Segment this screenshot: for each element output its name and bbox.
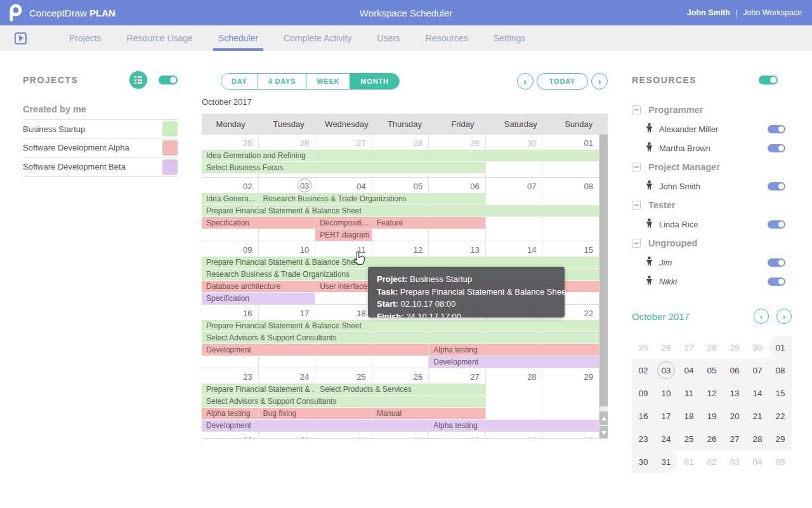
- mini-calendar-next-button[interactable]: ›: [776, 309, 792, 324]
- calendar-day-cell[interactable]: 02: [372, 432, 429, 438]
- mini-calendar-day[interactable]: 27: [723, 427, 746, 450]
- resource-toggle-jim[interactable]: [768, 258, 785, 267]
- task-bar-development[interactable]: Development: [429, 356, 599, 368]
- resource-toggle-alexander-miller[interactable]: [768, 125, 785, 133]
- mini-calendar-day[interactable]: 01: [769, 336, 792, 359]
- mini-calendar-day[interactable]: 04: [746, 450, 769, 473]
- task-bar-research-business-trade-organizations[interactable]: Research Business & Trade Organizations: [259, 193, 485, 204]
- today-button[interactable]: TODAY: [537, 73, 588, 90]
- task-bar-database-architecture[interactable]: Database architecture: [202, 281, 315, 292]
- collapse-icon[interactable]: [632, 163, 641, 171]
- mini-calendar-day[interactable]: 20: [723, 404, 746, 427]
- scrollbar-thumb[interactable]: [599, 135, 608, 406]
- task-bar-prepare-financial-statement-balance-sheet[interactable]: Prepare Financial Statement & Balance Sh…: [202, 205, 599, 217]
- nav-tab-resources[interactable]: Resources: [413, 25, 481, 51]
- mini-calendar-day[interactable]: 17: [655, 404, 678, 427]
- task-bar-alpha-testing[interactable]: Alpha testing: [429, 420, 599, 431]
- prev-period-button[interactable]: ‹: [517, 73, 534, 90]
- user-menu[interactable]: John Smith | John Workspace: [687, 8, 802, 17]
- calendar-day-cell[interactable]: 03: [429, 432, 486, 438]
- nav-tab-scheduler[interactable]: Scheduler: [206, 25, 271, 51]
- resource-toggle-linda-rice[interactable]: [768, 220, 785, 229]
- task-bar-prepare-financial-statement-balance-sheet[interactable]: Prepare Financial Statement & Balance Sh…: [202, 320, 599, 331]
- mini-calendar-day[interactable]: 02: [700, 450, 723, 473]
- mini-calendar-day[interactable]: 16: [632, 404, 655, 427]
- view-button-day[interactable]: DAY: [221, 74, 258, 89]
- mini-calendar-day[interactable]: 21: [746, 404, 769, 427]
- scroll-down-button[interactable]: [599, 426, 608, 439]
- mini-calendar-day[interactable]: 08: [769, 359, 792, 382]
- mini-calendar-day[interactable]: 23: [632, 427, 655, 450]
- resource-toggle-nikki[interactable]: [768, 277, 785, 286]
- mini-calendar-day[interactable]: 07: [746, 359, 769, 382]
- mini-calendar-day[interactable]: 29: [769, 427, 792, 450]
- collapse-icon[interactable]: [632, 105, 641, 114]
- nav-tab-users[interactable]: Users: [364, 25, 413, 51]
- view-button-month[interactable]: MONTH: [350, 74, 398, 89]
- collapse-icon[interactable]: [632, 239, 641, 248]
- task-bar-feature[interactable]: Feature: [372, 217, 485, 229]
- task-bar-specification[interactable]: Specification: [202, 293, 315, 304]
- calendar-day-cell[interactable]: 04: [486, 432, 543, 438]
- project-grid-button[interactable]: [129, 71, 147, 89]
- mini-calendar-prev-button[interactable]: ‹: [754, 309, 769, 324]
- mini-calendar-day[interactable]: 09: [632, 382, 655, 404]
- mini-calendar-day[interactable]: 11: [678, 382, 700, 404]
- mini-calendar-day[interactable]: 26: [700, 427, 723, 450]
- task-bar-development[interactable]: Development: [202, 420, 428, 431]
- mini-calendar-day[interactable]: 05: [769, 450, 792, 473]
- resource-group-tester[interactable]: Tester: [632, 196, 789, 215]
- task-bar-prepare-financial-statement[interactable]: Prepare Financial Statement & ...: [202, 384, 315, 395]
- workspace-name[interactable]: John Workspace: [743, 8, 802, 17]
- mini-calendar-day[interactable]: 02: [632, 359, 655, 382]
- mini-calendar-day[interactable]: 29: [723, 336, 746, 359]
- task-bar-idea-genera[interactable]: Idea Genera...: [202, 193, 258, 204]
- nav-tab-complete-activity[interactable]: Complete Activity: [271, 25, 364, 51]
- calendar-day-cell[interactable]: 30: [202, 432, 259, 438]
- mini-calendar-day[interactable]: 28: [746, 427, 769, 450]
- resource-group-ungrouped[interactable]: Ungrouped: [632, 234, 789, 253]
- user-name[interactable]: John Smith: [687, 8, 730, 17]
- mini-calendar-day[interactable]: 03: [723, 450, 746, 473]
- project-row-software-development-alpha[interactable]: Software Development Alpha: [23, 138, 178, 157]
- mini-calendar-day[interactable]: 12: [700, 382, 723, 404]
- task-bar-select-products-services[interactable]: Select Products & Services: [315, 384, 485, 395]
- mini-calendar-day[interactable]: 27: [678, 336, 700, 359]
- task-bar-alpha-testing[interactable]: Alpha testing: [429, 344, 599, 356]
- mini-calendar-day[interactable]: 28: [700, 336, 723, 359]
- task-bar-select-advisors-support-consultants[interactable]: Select Advisors & Support Consultants: [202, 396, 485, 407]
- mini-calendar-today[interactable]: 03: [655, 359, 678, 382]
- mini-calendar-day[interactable]: 15: [769, 382, 792, 404]
- calendar-day-cell[interactable]: 01: [315, 432, 372, 438]
- project-row-software-development-beta[interactable]: Software Development Beta: [23, 157, 178, 177]
- resource-group-programmer[interactable]: Programmer: [632, 100, 789, 119]
- resource-group-project-manager[interactable]: Project Manager: [632, 157, 789, 177]
- mini-calendar-day[interactable]: 31: [655, 450, 678, 473]
- task-bar-pert-diagram[interactable]: PERT diagram: [315, 229, 372, 241]
- mini-calendar-day[interactable]: 05: [700, 359, 723, 382]
- projects-toggle[interactable]: [159, 76, 178, 84]
- collapse-icon[interactable]: [632, 201, 641, 210]
- task-bar-bug-fixing[interactable]: Bug fixing: [259, 408, 372, 419]
- view-button-4-days[interactable]: 4 DAYS: [258, 74, 307, 89]
- resources-toggle[interactable]: [759, 76, 778, 84]
- view-button-week[interactable]: WEEK: [306, 74, 350, 89]
- mini-calendar-day[interactable]: 18: [678, 404, 700, 427]
- mini-calendar-day[interactable]: 30: [746, 336, 769, 359]
- task-bar-decompositi[interactable]: Decompositi...: [315, 217, 372, 229]
- task-bar-alpha-testing[interactable]: Alpha testing: [202, 408, 258, 419]
- scroll-up-button[interactable]: [599, 411, 608, 425]
- task-bar-select-business-focus[interactable]: Select Business Focus: [202, 162, 485, 173]
- mini-calendar-day[interactable]: 26: [655, 336, 678, 359]
- calendar-day-cell[interactable]: 31: [259, 432, 316, 438]
- expand-sidebar-button[interactable]: [15, 32, 27, 44]
- mini-calendar-day[interactable]: 14: [746, 382, 769, 404]
- mini-calendar-day[interactable]: 22: [769, 404, 792, 427]
- calendar-scrollbar[interactable]: [599, 135, 608, 439]
- resource-toggle-john-smith[interactable]: [768, 182, 785, 190]
- mini-calendar-day[interactable]: 10: [655, 382, 678, 404]
- mini-calendar-day[interactable]: 25: [678, 427, 700, 450]
- mini-calendar-day[interactable]: 25: [632, 336, 655, 359]
- resource-toggle-martha-brown[interactable]: [768, 144, 785, 152]
- project-row-business-startup[interactable]: Business Startup: [23, 119, 178, 138]
